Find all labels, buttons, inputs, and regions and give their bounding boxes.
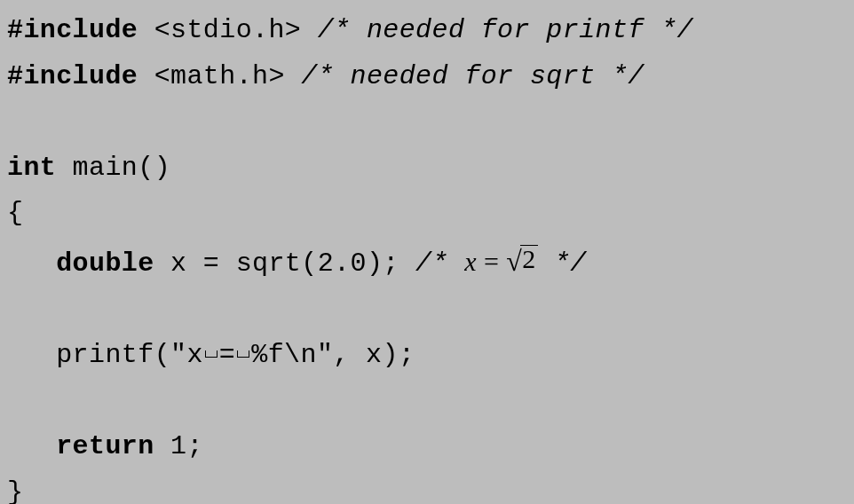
math-sqrt: √2	[506, 237, 537, 286]
type-keyword-int: int	[7, 153, 56, 183]
preprocessor-keyword: #include	[7, 15, 138, 45]
line-1: #include <stdio.h> /* needed for printf …	[7, 15, 693, 45]
brace-close: }	[7, 477, 23, 504]
math-var-x: x	[464, 247, 477, 276]
comment: /* needed for printf */	[318, 15, 693, 45]
line-6: double x = sqrt(2.0); /* x = √2 */	[7, 248, 587, 279]
header-math: <math.h>	[138, 61, 301, 91]
type-keyword-double: double	[56, 248, 154, 279]
header-stdio: <stdio.h>	[138, 15, 317, 45]
keyword-return: return	[56, 431, 154, 461]
printf-call-pre: printf("x	[56, 340, 203, 370]
line-2: #include <math.h> /* needed for sqrt */	[7, 61, 644, 91]
line-10: return 1;	[7, 431, 203, 461]
code-block: #include <stdio.h> /* needed for printf …	[0, 0, 854, 504]
math-equals: =	[484, 247, 499, 276]
printf-call-post: %f\n", x);	[251, 340, 415, 370]
preprocessor-keyword: #include	[7, 61, 138, 91]
printf-eq: =	[219, 340, 235, 370]
line-4: int main()	[7, 153, 170, 183]
radicand: 2	[520, 245, 537, 272]
return-value: 1;	[154, 431, 203, 461]
assign-sqrt: x = sqrt(2.0);	[154, 248, 415, 279]
comment: /* needed for sqrt */	[301, 61, 644, 91]
main-decl: main()	[56, 153, 170, 183]
comment-math: /* x = √2 */	[415, 248, 587, 279]
brace-open: {	[7, 198, 23, 228]
line-8: printf("x=%f\n", x);	[7, 340, 415, 370]
